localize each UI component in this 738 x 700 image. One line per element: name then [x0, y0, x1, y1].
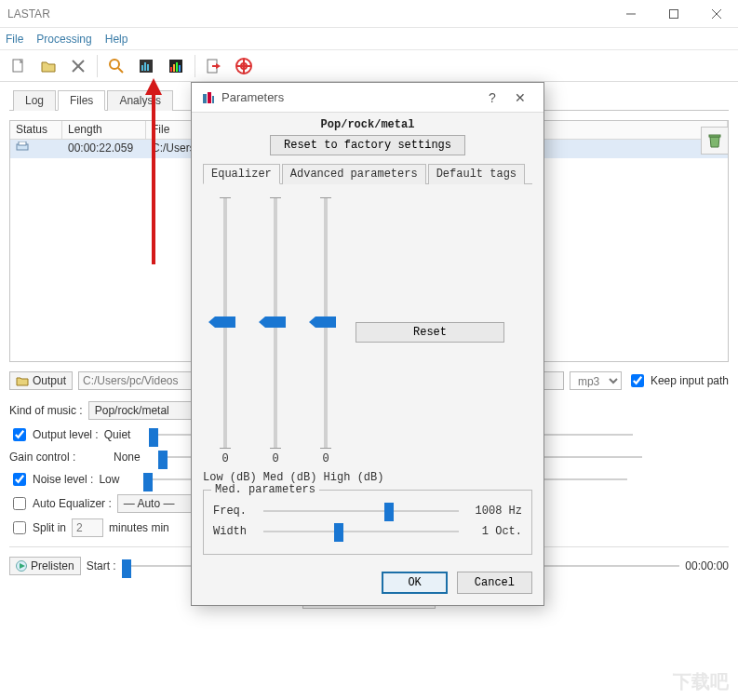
toolbar: [0, 50, 738, 82]
preset-name: Pop/rock/metal: [203, 118, 532, 131]
printer-icon: [16, 141, 29, 153]
svg-rect-14: [170, 67, 172, 72]
dialog-help-button[interactable]: ?: [478, 90, 506, 105]
waveform-icon[interactable]: [133, 53, 159, 79]
med-parameters-group: Med. parameters Freq. 1008 Hz Width 1 Oc…: [203, 490, 532, 555]
cancel-button[interactable]: Cancel: [457, 572, 532, 594]
svg-rect-1: [670, 9, 678, 18]
tab-default-tags[interactable]: Default tags: [428, 164, 525, 184]
keep-input-path[interactable]: Keep input path: [627, 371, 729, 390]
svg-rect-33: [212, 96, 214, 103]
prelisten-time: 00:00:00: [685, 559, 729, 572]
keep-input-checkbox[interactable]: [631, 374, 644, 387]
col-length[interactable]: Length: [62, 121, 146, 139]
output-label: Output: [33, 374, 66, 387]
new-file-icon[interactable]: [6, 53, 32, 79]
svg-line-8: [118, 68, 123, 73]
toolbar-separator: [97, 55, 98, 77]
freq-label: Freq.: [213, 505, 256, 518]
watermark: 下载吧: [673, 669, 729, 694]
eq-low-slider[interactable]: 0: [205, 192, 246, 465]
menu-file[interactable]: File: [6, 33, 23, 46]
help-icon[interactable]: [231, 53, 257, 79]
svg-rect-12: [147, 64, 149, 71]
dialog-footer: OK Cancel: [192, 562, 543, 605]
tab-equalizer[interactable]: Equalizer: [203, 164, 280, 184]
svg-rect-11: [144, 62, 146, 71]
eq-low-value: 0: [221, 452, 228, 465]
split-check[interactable]: Split in: [9, 518, 66, 537]
svg-rect-17: [179, 65, 181, 72]
eq-reset-button[interactable]: Reset: [356, 322, 504, 343]
reset-factory-button[interactable]: Reset to factory settings: [270, 135, 465, 155]
eq-high-value: 0: [322, 452, 329, 465]
auto-eq-check[interactable]: Auto Equalizer :: [9, 494, 112, 513]
width-slider[interactable]: [263, 524, 459, 539]
output-level-value: Quiet: [104, 428, 143, 441]
eq-med-slider[interactable]: 0: [255, 192, 296, 465]
maximize-button[interactable]: [652, 0, 695, 28]
svg-rect-15: [173, 64, 175, 72]
svg-rect-10: [141, 65, 143, 71]
output-level-check[interactable]: Output level :: [9, 425, 99, 444]
split-unit: minutes min: [109, 521, 169, 534]
app-title: LASTAR: [7, 7, 50, 20]
svg-rect-23: [709, 135, 720, 137]
equalizer-panel: 0 0 0 Reset: [203, 184, 532, 469]
svg-point-7: [110, 60, 119, 69]
import-icon[interactable]: [201, 53, 227, 79]
freq-value: 1008 Hz: [466, 505, 522, 518]
noise-value: Low: [99, 473, 138, 486]
play-icon: [16, 560, 27, 572]
prelisten-start-label: Start :: [87, 559, 116, 572]
menu-processing[interactable]: Processing: [36, 33, 91, 46]
dialog-icon: [201, 90, 216, 105]
search-icon[interactable]: [103, 53, 129, 79]
gain-value: None: [114, 451, 153, 464]
dialog-titlebar[interactable]: Parameters ? ✕: [192, 83, 543, 113]
svg-rect-25: [19, 141, 26, 145]
svg-rect-32: [208, 92, 211, 103]
tab-log[interactable]: Log: [13, 90, 56, 111]
minimize-button[interactable]: [610, 0, 652, 28]
col-status[interactable]: Status: [10, 121, 62, 139]
menu-help[interactable]: Help: [105, 33, 128, 46]
dialog-title: Parameters: [221, 90, 284, 104]
parameters-dialog: Parameters ? ✕ Pop/rock/metal Reset to f…: [191, 82, 544, 606]
open-folder-icon[interactable]: [35, 53, 61, 79]
close-button[interactable]: [695, 0, 738, 28]
svg-rect-16: [176, 62, 178, 72]
tab-advanced[interactable]: Advanced parameters: [282, 164, 426, 184]
width-label: Width: [213, 525, 256, 538]
tab-analysis[interactable]: Analysis: [107, 90, 173, 111]
split-value[interactable]: [72, 518, 103, 537]
folder-icon: [16, 375, 29, 386]
ok-button[interactable]: OK: [382, 572, 447, 594]
gain-label: Gain control :: [9, 451, 108, 464]
noise-check[interactable]: Noise level :: [9, 470, 93, 489]
eq-med-value: 0: [272, 452, 278, 465]
med-legend: Med. parameters: [211, 483, 319, 496]
format-select[interactable]: mp3: [570, 371, 622, 390]
dialog-tabs: Equalizer Advanced parameters Default ta…: [203, 163, 532, 184]
eq-labels: Low (dB) Med (dB) High (dB): [203, 471, 532, 484]
dialog-close-button[interactable]: ✕: [506, 90, 534, 105]
equalizer-icon[interactable]: [163, 53, 189, 79]
menu-bar: File Processing Help: [0, 28, 738, 50]
delete-icon[interactable]: [65, 53, 91, 79]
clear-list-button[interactable]: [701, 127, 729, 155]
prelisten-button[interactable]: Prelisten: [9, 557, 81, 575]
auto-eq-select[interactable]: — Auto —: [117, 494, 192, 513]
output-button[interactable]: Output: [9, 371, 73, 390]
title-bar: LASTAR: [0, 0, 738, 28]
width-value: 1 Oct.: [466, 525, 522, 538]
freq-slider[interactable]: [263, 504, 459, 518]
tab-files[interactable]: Files: [58, 90, 105, 111]
cell-length: 00:00:22.059: [62, 140, 146, 158]
eq-high-slider[interactable]: 0: [305, 192, 346, 465]
cell-status: [10, 140, 62, 158]
svg-rect-31: [203, 94, 207, 103]
toolbar-separator: [195, 55, 195, 77]
kind-label: Kind of music :: [9, 404, 83, 417]
